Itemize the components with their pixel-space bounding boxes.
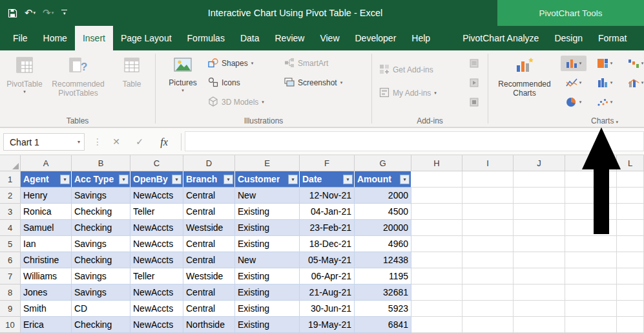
column-header-E[interactable]: E (235, 155, 300, 171)
data-cell[interactable]: Savings (72, 188, 130, 204)
data-cell[interactable]: Existing (235, 301, 300, 317)
empty-cell[interactable] (462, 188, 514, 204)
add-in-tool-button[interactable] (466, 56, 482, 71)
filter-button-branch[interactable]: ▾ (223, 175, 233, 184)
table-header-cell-branch[interactable]: Branch▾ (183, 171, 235, 188)
row-header-2[interactable]: 2 (0, 188, 21, 204)
row-header-6[interactable]: 6 (0, 252, 21, 268)
scatter-chart-button[interactable]: ▾ (592, 94, 618, 110)
data-cell[interactable]: NewAccts (130, 220, 183, 236)
data-cell[interactable]: 21-Aug-21 (300, 285, 355, 301)
bar-chart-button[interactable]: ▾ (592, 75, 618, 91)
tab-help[interactable]: Help (404, 26, 438, 50)
data-cell[interactable]: Existing (235, 268, 300, 285)
data-cell[interactable]: NewAccts (130, 285, 183, 301)
empty-cell[interactable] (411, 171, 462, 188)
empty-cell[interactable] (565, 252, 617, 268)
filter-button-amount[interactable]: ▾ (400, 175, 410, 184)
row-header-9[interactable]: 9 (0, 301, 21, 317)
filter-button-acc-type[interactable]: ▾ (119, 175, 129, 184)
data-cell[interactable]: Westside (183, 220, 235, 236)
data-cell[interactable]: Northside (183, 317, 235, 333)
icons-button[interactable]: Icons (206, 75, 242, 91)
data-cell[interactable]: Williams (21, 268, 72, 285)
data-cell[interactable]: Smith (21, 301, 72, 317)
data-cell[interactable]: Samuel (21, 220, 72, 236)
data-cell[interactable]: 19-May-21 (300, 317, 355, 333)
tab-view[interactable]: View (312, 26, 347, 50)
empty-cell[interactable] (411, 317, 462, 333)
pie-chart-button[interactable]: ▾ (561, 94, 587, 110)
column-header-J[interactable]: J (514, 155, 565, 171)
filter-button-customer[interactable]: ▾ (288, 175, 298, 184)
data-cell[interactable]: Savings (72, 236, 130, 252)
column-header-D[interactable]: D (183, 155, 235, 171)
line-chart-button[interactable]: ▾ (561, 75, 587, 91)
data-cell[interactable]: Christine (21, 252, 72, 268)
data-cell[interactable]: 4500 (355, 204, 411, 220)
data-cell[interactable]: 4960 (355, 236, 411, 252)
data-cell[interactable]: Central (183, 252, 235, 268)
tab-format[interactable]: Format (590, 26, 634, 50)
customize-quick-access-button[interactable]: ▾ (58, 10, 70, 16)
data-cell[interactable]: NewAccts (130, 301, 183, 317)
empty-cell[interactable] (514, 268, 565, 285)
pivottable-button[interactable]: PivotTable ▾ (4, 53, 45, 115)
data-cell[interactable]: 2000 (355, 188, 411, 204)
data-cell[interactable]: Teller (130, 204, 183, 220)
data-cell[interactable]: New (235, 252, 300, 268)
data-cell[interactable]: Existing (235, 204, 300, 220)
data-cell[interactable]: 12-Nov-21 (300, 188, 355, 204)
data-cell[interactable]: 06-Apr-21 (300, 268, 355, 285)
data-cell[interactable]: Central (183, 301, 235, 317)
shapes-button[interactable]: Shapes ▾ (206, 56, 255, 71)
name-box[interactable]: Chart 1 ▾ (3, 133, 85, 151)
empty-cell[interactable] (462, 317, 514, 333)
pictures-button[interactable]: Pictures ▾ (163, 53, 202, 115)
insert-function-button[interactable]: fx (155, 133, 173, 151)
enter-button[interactable]: ✓ (130, 133, 149, 151)
empty-cell[interactable] (462, 236, 514, 252)
empty-cell[interactable] (411, 268, 462, 285)
recommended-charts-button[interactable]: Recommended Charts (496, 53, 553, 115)
data-cell[interactable]: CD (72, 301, 130, 317)
tab-file[interactable]: File (5, 26, 36, 50)
data-cell[interactable]: Central (183, 285, 235, 301)
data-cell[interactable]: 32681 (355, 285, 411, 301)
empty-cell[interactable] (514, 188, 565, 204)
empty-cell[interactable] (565, 268, 617, 285)
empty-cell[interactable] (462, 268, 514, 285)
data-cell[interactable]: NewAccts (130, 317, 183, 333)
data-cell[interactable]: 05-May-21 (300, 252, 355, 268)
data-cell[interactable]: Existing (235, 236, 300, 252)
empty-cell[interactable] (514, 204, 565, 220)
empty-cell[interactable] (462, 252, 514, 268)
tab-home[interactable]: Home (36, 26, 75, 50)
screenshot-button[interactable]: Screenshot ▾ (282, 75, 344, 91)
add-in-tool-button[interactable] (466, 75, 482, 91)
column-header-B[interactable]: B (72, 155, 130, 171)
data-cell[interactable]: Henry (21, 188, 72, 204)
empty-cell[interactable] (411, 252, 462, 268)
table-header-cell-openby[interactable]: OpenBy▾ (130, 171, 183, 188)
3d-models-button[interactable]: 3D Models ▾ (206, 94, 266, 110)
column-header-A[interactable]: A (21, 155, 72, 171)
data-cell[interactable]: Central (183, 188, 235, 204)
empty-cell[interactable] (514, 220, 565, 236)
data-cell[interactable]: Checking (72, 252, 130, 268)
table-header-cell-date[interactable]: Date▾ (300, 171, 355, 188)
empty-cell[interactable] (462, 204, 514, 220)
cancel-button[interactable]: ✕ (107, 133, 125, 151)
empty-cell[interactable] (462, 301, 514, 317)
row-header-5[interactable]: 5 (0, 236, 21, 252)
empty-cell[interactable] (514, 317, 565, 333)
data-cell[interactable]: 12438 (355, 252, 411, 268)
recommended-pivottables-button[interactable]: ? Recommended PivotTables (48, 53, 109, 115)
empty-cell[interactable] (565, 285, 617, 301)
column-chart-button[interactable]: ▾ (561, 56, 587, 71)
tab-insert[interactable]: Insert (75, 26, 113, 50)
empty-cell[interactable] (617, 268, 644, 285)
empty-cell[interactable] (462, 285, 514, 301)
empty-cell[interactable] (565, 301, 617, 317)
data-cell[interactable]: Central (183, 236, 235, 252)
